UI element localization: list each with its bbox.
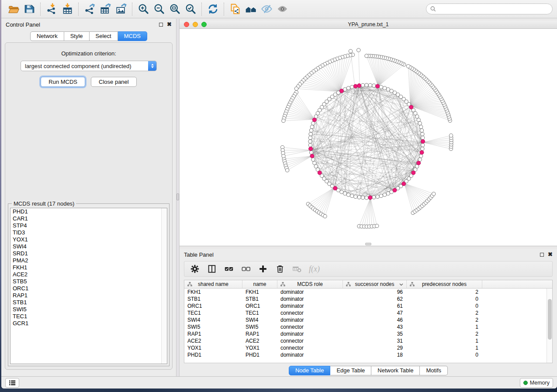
mcds-result-list[interactable]: PHD1CAR1STP4TID3YOX1SWI4SRD1PMA2FKH1ACE2…: [10, 208, 167, 364]
search-input[interactable]: [439, 6, 548, 12]
mcds-list-scrollbar[interactable]: [161, 208, 167, 364]
table-row[interactable]: ORC1ORC1dominator610: [184, 303, 552, 309]
tab-style[interactable]: Style: [64, 31, 90, 41]
import-network-icon[interactable]: [44, 2, 59, 17]
mcds-result-item[interactable]: SRD1: [10, 250, 167, 257]
horizontal-scroll-handle[interactable]: [365, 243, 371, 245]
mcds-result-item[interactable]: PMA2: [10, 257, 167, 264]
cell-shared-name: SWI5: [184, 324, 242, 330]
export-image-icon[interactable]: [113, 2, 129, 17]
table-scrollbar-thumb[interactable]: [548, 299, 552, 340]
cell-successor-nodes: 47: [343, 310, 407, 316]
column-header-MCDS-role[interactable]: MCDS role: [277, 280, 343, 288]
toolbar-separator: [201, 3, 202, 16]
column-header-name[interactable]: name: [242, 280, 277, 288]
show-all-icon[interactable]: [274, 2, 290, 17]
mcds-result-item[interactable]: TEC1: [10, 313, 167, 320]
show-column-icon[interactable]: [207, 264, 217, 274]
column-header-shared-name[interactable]: shared name: [184, 280, 242, 288]
mcds-result-item[interactable]: STB1: [10, 299, 167, 306]
close-table-panel-icon[interactable]: ✖: [548, 252, 553, 257]
cell-MCDS-role: dominator: [277, 296, 343, 302]
desktop-background: Control Panel ✖ NetworkStyleSelectMCDS O…: [0, 0, 557, 392]
splitter-handle[interactable]: [176, 193, 179, 200]
mcds-result-item[interactable]: SWI5: [10, 306, 167, 313]
column-header-predecessor-nodes[interactable]: predecessor nodes: [407, 280, 482, 288]
dropdown-stepper-icon: [148, 61, 156, 71]
mcds-result-item[interactable]: PHD1: [10, 208, 167, 215]
mcds-result-item[interactable]: ACE2: [10, 271, 167, 278]
delete-column-icon[interactable]: [275, 264, 285, 274]
tab-edge-table[interactable]: Edge Table: [330, 366, 371, 375]
export-network-icon[interactable]: [82, 2, 97, 17]
table-panel: Table Panel ✖: [180, 249, 557, 376]
mcds-result-item[interactable]: STP4: [10, 222, 167, 229]
cell-successor-nodes: 43: [343, 324, 407, 330]
zoom-in-icon[interactable]: [135, 2, 151, 17]
mcds-result-item[interactable]: ORC1: [10, 285, 167, 292]
table-row[interactable]: RAP1RAP1dominator352: [184, 330, 552, 337]
refresh-icon[interactable]: [205, 2, 221, 17]
cell-successor-nodes: 35: [343, 331, 407, 337]
deselect-all-icon[interactable]: [241, 264, 251, 274]
first-neighbors-icon[interactable]: [243, 2, 259, 17]
close-panel-button[interactable]: Close panel: [91, 77, 137, 87]
add-column-icon[interactable]: [258, 264, 268, 274]
import-table-icon[interactable]: [59, 2, 75, 17]
search-field[interactable]: [426, 3, 553, 14]
mcds-result-item[interactable]: SWI4: [10, 243, 167, 250]
tab-network-table[interactable]: Network Table: [371, 366, 420, 375]
mcds-result-title: MCDS result (17 nodes): [12, 200, 76, 207]
mcds-result-item[interactable]: STB5: [10, 278, 167, 285]
memory-button[interactable]: Memory: [520, 378, 553, 388]
open-file-icon[interactable]: [6, 2, 21, 17]
select-all-icon[interactable]: [224, 264, 234, 274]
table-settings-gear-icon[interactable]: [190, 264, 200, 274]
table-row[interactable]: PHD1PHD1dominator180: [184, 351, 552, 358]
zoom-fit-icon[interactable]: [167, 2, 183, 17]
network-graph[interactable]: [180, 29, 557, 246]
mcds-result-item[interactable]: RAP1: [10, 292, 167, 299]
column-header-successor-nodes[interactable]: successor nodes: [343, 280, 407, 288]
zoom-selected-icon[interactable]: [183, 2, 198, 17]
tab-select[interactable]: Select: [90, 31, 118, 41]
hide-selected-icon[interactable]: [259, 2, 274, 17]
table-body: FKH1FKH1dominator962STB1STB1dominator620…: [184, 289, 552, 363]
mcds-result-item[interactable]: GCR1: [10, 320, 167, 327]
close-panel-icon[interactable]: ✖: [167, 22, 172, 27]
tab-node-table[interactable]: Node Table: [289, 366, 331, 375]
optimization-criterion-dropdown[interactable]: largest connected component (undirected): [21, 61, 157, 71]
vertical-splitter[interactable]: [176, 19, 180, 376]
float-table-panel-icon[interactable]: [540, 253, 544, 257]
table-row[interactable]: FKH1FKH1dominator962: [184, 289, 552, 296]
mcds-result-item[interactable]: CAR1: [10, 215, 167, 222]
mcds-tab-content: Optimization criterion: largest connecte…: [5, 42, 173, 370]
cell-shared-name: ORC1: [184, 303, 242, 309]
mcds-result-item[interactable]: YOX1: [10, 236, 167, 243]
table-row[interactable]: TEC1TEC1connector472: [184, 309, 552, 316]
table-scrollbar[interactable]: [547, 289, 552, 363]
float-panel-icon[interactable]: [159, 23, 163, 27]
optimization-criterion-label: Optimization criterion:: [5, 50, 172, 57]
mcds-result-item[interactable]: TID3: [10, 229, 167, 236]
duplicate-network-icon[interactable]: [227, 2, 243, 17]
table-row[interactable]: YOX1YOX1connector291: [184, 344, 552, 351]
tab-motifs[interactable]: Motifs: [420, 366, 448, 375]
panel-list-button[interactable]: [5, 378, 19, 388]
run-mcds-button[interactable]: Run MCDS: [41, 77, 85, 87]
network-window-titlebar[interactable]: YPA_prune.txt_1: [180, 21, 557, 29]
zoom-out-icon[interactable]: [151, 2, 167, 17]
table-row[interactable]: SWI5SWI5connector431: [184, 323, 552, 330]
tab-mcds[interactable]: MCDS: [118, 31, 147, 41]
table-row[interactable]: ACE2ACE2connector311: [184, 337, 552, 344]
memory-status-icon: [523, 381, 528, 385]
table-row[interactable]: SWI4SWI4dominator462: [184, 316, 552, 323]
tab-network[interactable]: Network: [30, 31, 64, 41]
cell-name: YOX1: [242, 345, 277, 351]
table-row[interactable]: STB1STB1dominator620: [184, 296, 552, 303]
control-panel-tabs: NetworkStyleSelectMCDS: [1, 31, 176, 41]
save-session-icon[interactable]: [21, 2, 37, 17]
export-table-icon[interactable]: [97, 2, 113, 17]
network-canvas[interactable]: [180, 29, 557, 246]
mcds-result-item[interactable]: FKH1: [10, 264, 167, 271]
